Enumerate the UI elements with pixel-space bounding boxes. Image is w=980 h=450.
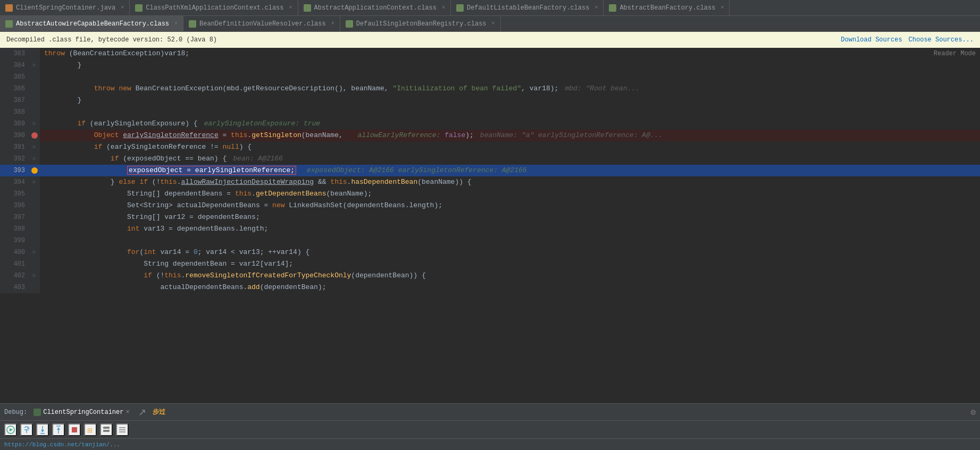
line-content: Object earlySingletonReference = this.ge… <box>40 130 980 141</box>
table-row: 394 ▷ } else if (!this.allowRawInjection… <box>0 176 980 188</box>
fold-icon[interactable]: ▷ <box>33 118 36 130</box>
line-number: 393 <box>0 165 29 176</box>
evaluate-button[interactable]: ⊞ <box>84 423 97 436</box>
table-row: 389 ▷ if (earlySingletonExposure) {early… <box>0 118 980 130</box>
tab-client-spring-container[interactable]: ClientSpringContainer.java × <box>0 0 130 15</box>
table-row: 386 throw new BeanCreationException(mbd.… <box>0 83 980 95</box>
close-icon[interactable]: × <box>492 21 495 27</box>
table-row: 401 String dependentBean = var12[var14]; <box>0 258 980 270</box>
gutter-icon <box>29 83 40 95</box>
line-content: if (earlySingletonExposure) {earlySingle… <box>40 118 980 130</box>
info-bar: Decompiled .class file, bytecode version… <box>0 32 980 48</box>
step-over-button[interactable] <box>20 423 33 436</box>
line-content: if (earlySingletonReference != null) { <box>40 141 980 153</box>
close-icon[interactable]: × <box>289 5 292 11</box>
gutter-icon: ▷ <box>29 118 40 130</box>
debug-label: Debug: <box>4 409 27 416</box>
close-icon[interactable]: × <box>121 5 124 11</box>
table-row: 402 ▷ if (!this.removeSingletonIfCreated… <box>0 270 980 282</box>
gutter-icon <box>29 235 40 247</box>
variables-icon <box>118 426 127 434</box>
tab-defaultlistable[interactable]: DefaultListableBeanFactory.class × <box>451 0 604 15</box>
step-over-icon <box>22 426 31 434</box>
reader-mode-button[interactable]: Reader Mode <box>934 50 976 57</box>
evaluate-icon: ⊞ <box>86 426 95 434</box>
settings-icon[interactable]: ⚙ <box>970 407 976 418</box>
gutter-icon <box>29 211 40 223</box>
close-icon[interactable]: × <box>721 5 724 11</box>
close-icon[interactable]: × <box>594 5 598 11</box>
code-area[interactable]: Reader Mode 383 throw (BeanCreationExcep… <box>0 48 980 403</box>
table-row: 397 String[] var12 = dependentBeans; <box>0 211 980 223</box>
line-content: int var13 = dependentBeans.length; <box>40 223 980 235</box>
close-icon[interactable]: × <box>174 21 178 27</box>
fold-icon[interactable]: ▷ <box>33 270 36 282</box>
download-sources-link[interactable]: Download Sources <box>841 36 902 44</box>
resume-button[interactable] <box>4 423 17 436</box>
warning-icon <box>31 167 38 174</box>
debug-tab-client[interactable]: ClientSpringContainer × <box>33 409 129 416</box>
fold-icon[interactable]: ▷ <box>33 141 36 153</box>
close-icon[interactable]: × <box>442 5 445 11</box>
svg-rect-13 <box>103 427 110 429</box>
class-icon <box>135 4 143 12</box>
step-out-button[interactable] <box>52 423 65 436</box>
gutter-icon <box>29 282 40 293</box>
fold-icon[interactable]: ▷ <box>33 247 36 258</box>
console-icon <box>33 409 41 416</box>
status-link[interactable]: https://blog.csdn.net/tanjian/... <box>4 441 120 448</box>
tab-abstractautowire[interactable]: AbstractAutowireCapableBeanFactory.class… <box>0 16 183 31</box>
table-row: 400 ▷ for(int var14 = 0; var14 < var13; … <box>0 247 980 258</box>
svg-marker-6 <box>41 430 44 432</box>
tab-label: BeanDefinitionValueResolver.class <box>199 20 326 28</box>
fold-icon[interactable]: ▷ <box>33 153 36 165</box>
line-number: 391 <box>0 141 29 153</box>
table-row: 403 actualDependentBeans.add(dependentBe… <box>0 282 980 293</box>
tab-abstractapp[interactable]: AbstractApplicationContext.class × <box>298 0 451 15</box>
editor-container: Reader Mode 383 throw (BeanCreationExcep… <box>0 48 980 403</box>
class-icon <box>304 4 311 12</box>
table-row: 390 Object earlySingletonReference = thi… <box>0 130 980 141</box>
step-out-icon <box>54 426 63 434</box>
gutter-icon <box>29 106 40 118</box>
fold-icon[interactable]: ▷ <box>33 60 36 71</box>
gutter-icon: ▷ <box>29 60 40 71</box>
line-number: 394 <box>0 176 29 188</box>
line-number: 386 <box>0 83 29 95</box>
variables-button[interactable] <box>116 423 129 436</box>
tab-abstractbean[interactable]: AbstractBeanFactory.class × <box>604 0 730 15</box>
line-content <box>40 71 980 83</box>
tab-defaultsingleton[interactable]: DefaultSingletonBeanRegistry.class × <box>340 16 501 31</box>
line-number: 400 <box>0 247 29 258</box>
stop-button[interactable] <box>68 423 81 436</box>
fold-icon[interactable]: ▷ <box>33 176 36 188</box>
tab-label: AbstractAutowireCapableBeanFactory.class <box>16 20 169 28</box>
tab-bar-top: ClientSpringContainer.java × ClassPathXm… <box>0 0 980 16</box>
svg-rect-11 <box>72 427 77 432</box>
frames-button[interactable] <box>100 423 113 436</box>
line-number: 398 <box>0 223 29 235</box>
class-icon <box>346 20 353 28</box>
line-content <box>40 235 980 247</box>
close-icon[interactable]: × <box>125 409 129 416</box>
info-bar-actions: Download Sources Choose Sources... <box>841 36 974 44</box>
close-icon[interactable]: × <box>331 21 334 27</box>
gutter-icon <box>29 200 40 211</box>
line-number: 402 <box>0 270 29 282</box>
class-icon <box>609 4 616 12</box>
frames-icon <box>102 426 111 434</box>
gutter-icon: ▷ <box>29 247 40 258</box>
step-into-button[interactable] <box>36 423 49 436</box>
choose-sources-link[interactable]: Choose Sources... <box>909 36 974 44</box>
class-icon <box>189 20 196 28</box>
line-number: 383 <box>0 48 29 60</box>
line-number: 399 <box>0 235 29 247</box>
toolbar-bottom: ⊞ <box>0 420 980 438</box>
tab-beandefinitionvalue[interactable]: BeanDefinitionValueResolver.class × <box>183 16 340 31</box>
gutter-icon: ▷ <box>29 270 40 282</box>
gutter-icon <box>29 188 40 200</box>
line-content: if (exposedObject == bean) {bean: A@2166 <box>40 153 980 165</box>
tab-classpathxml[interactable]: ClassPathXmlApplicationContext.class × <box>130 0 298 15</box>
java-icon <box>5 4 13 12</box>
gutter-icon <box>29 48 40 60</box>
